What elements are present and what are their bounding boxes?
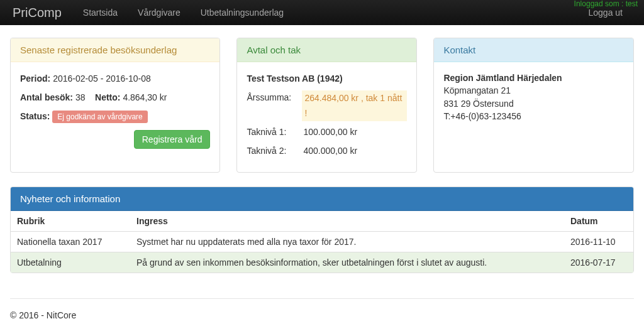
year-sum-value: 264.484,00 kr , tak 1 nått ! xyxy=(302,90,407,122)
period-value: 2016-02-05 - 2016-10-08 xyxy=(53,73,151,84)
news-table: Rubrik Ingress Datum Nationella taxan 20… xyxy=(11,211,633,273)
status-label: Status: xyxy=(20,111,50,121)
level2-label: Taknivå 2: xyxy=(247,144,303,159)
panel-latest-title: Senaste registrerade besöksunderlag xyxy=(11,38,219,62)
news-th-rubrik: Rubrik xyxy=(11,211,130,232)
nav-utbetalningsunderlag[interactable]: Utbetalningsunderlag xyxy=(192,1,292,24)
panel-agreement-body: Test Testson AB (1942) Årssumma: 264.484… xyxy=(237,62,416,172)
panel-contact-body: Region Jämtland Härjedalen Köpmangatan 2… xyxy=(434,62,633,132)
footer-divider xyxy=(10,298,634,299)
year-sum-label: Årssumma: xyxy=(247,90,302,122)
news-ingress: Systmet har nu uppdaterats med alla nya … xyxy=(130,231,564,252)
brand-link[interactable]: PriComp xyxy=(13,6,62,20)
contact-street: Köpmangatan 21 xyxy=(443,84,624,97)
contact-phone: T:+46-(0)63-123456 xyxy=(443,110,624,122)
panel-latest-body: Period: 2016-02-05 - 2016-10-08 Antal be… xyxy=(11,62,219,158)
nav-startsida[interactable]: Startsida xyxy=(74,1,126,24)
panel-agreement: Avtal och tak Test Testson AB (1942) Års… xyxy=(236,38,417,173)
panel-contact-title: Kontakt xyxy=(434,38,633,62)
news-ingress: På grund av sen inkommen besöksinformati… xyxy=(130,252,564,273)
table-row: Nationella taxan 2017 Systmet har nu upp… xyxy=(11,231,633,252)
panel-agreement-title: Avtal och tak xyxy=(237,38,416,62)
contact-name: Region Jämtland Härjedalen xyxy=(443,73,562,83)
panels-row: Senaste registrerade besöksunderlag Peri… xyxy=(10,38,634,173)
panel-latest: Senaste registrerade besöksunderlag Peri… xyxy=(10,38,220,173)
navbar: PriComp Startsida Vårdgivare Utbetalning… xyxy=(0,0,644,25)
level1-value: 100.000,00 kr xyxy=(303,125,357,140)
news-th-datum: Datum xyxy=(564,211,633,232)
net-label: Netto: xyxy=(95,92,120,102)
main-container: Senaste registrerade besöksunderlag Peri… xyxy=(0,25,644,273)
footer-text: © 2016 - NitCore xyxy=(0,305,644,319)
table-row: Utbetalning På grund av sen inkommen bes… xyxy=(11,252,633,273)
news-th-ingress: Ingress xyxy=(130,211,564,232)
status-badge: Ej godkänd av vårdgivare xyxy=(52,111,147,123)
panel-contact: Kontakt Region Jämtland Härjedalen Köpma… xyxy=(433,38,634,173)
count-value: 38 xyxy=(75,92,86,102)
news-rubrik: Utbetalning xyxy=(11,252,130,273)
level2-value: 400.000,00 kr xyxy=(303,144,357,159)
register-care-button[interactable]: Registrera vård xyxy=(134,130,211,149)
news-rubrik: Nationella taxan 2017 xyxy=(11,231,130,252)
nav-vardgivare[interactable]: Vårdgivare xyxy=(129,1,189,24)
nav-links: Startsida Vårdgivare Utbetalningsunderla… xyxy=(74,1,292,24)
level1-label: Taknivå 1: xyxy=(247,125,303,140)
logged-in-label: Inloggad som : test xyxy=(574,0,638,8)
news-datum: 2016-11-10 xyxy=(564,231,633,252)
panel-news: Nyheter och information Rubrik Ingress D… xyxy=(10,187,634,273)
period-label: Period: xyxy=(20,73,50,84)
count-label: Antal besök: xyxy=(20,92,73,102)
net-value: 4.864,30 kr xyxy=(123,92,167,102)
panel-news-title: Nyheter och information xyxy=(11,187,633,211)
contact-postal: 831 29 Östersund xyxy=(443,97,624,110)
news-datum: 2016-07-17 xyxy=(564,252,633,273)
agreement-company: Test Testson AB (1942) xyxy=(247,73,342,84)
